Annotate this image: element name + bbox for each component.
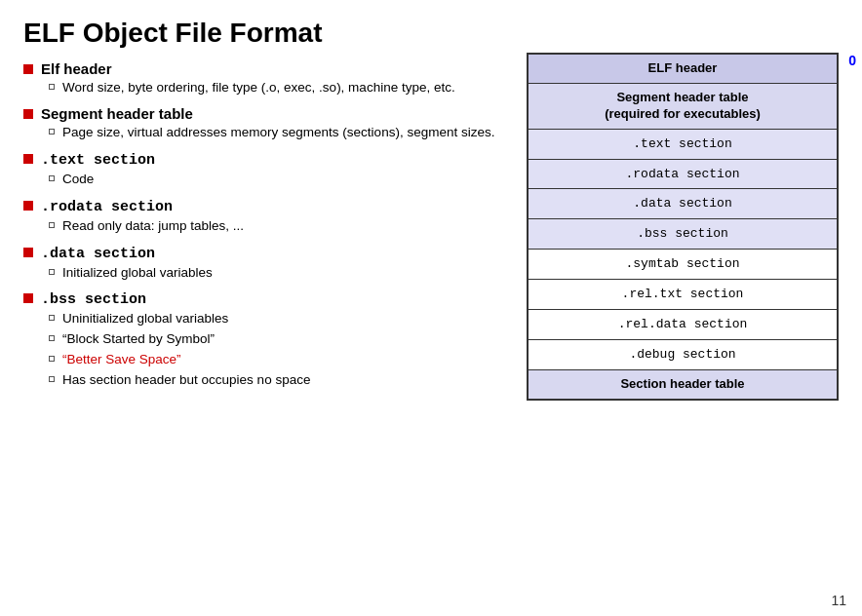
sub-item: Initialized global variables (49, 264, 511, 283)
section-title-text-section: .text section (23, 150, 511, 169)
sub-item: “Block Started by Symbol” (49, 330, 511, 349)
bullet-square-icon (23, 248, 33, 257)
sub-items-elf-header: Word size, byte ordering, file type (.o,… (49, 79, 511, 97)
section-item-rodata-section: .rodata sectionRead only data: jump tabl… (23, 197, 511, 236)
bullet-square-icon (23, 109, 33, 119)
left-column: Elf headerWord size, byte ordering, file… (23, 60, 511, 398)
page-number: 11 (831, 593, 846, 608)
sub-items-segment-header: Page size, virtual addresses memory segm… (49, 124, 511, 142)
zero-label: 0 (848, 53, 856, 68)
section-item-bss-section: .bss sectionUninitialized global variabl… (23, 289, 511, 390)
sub-item: Read only data: jump tables, ... (49, 217, 511, 236)
sub-items-text-section: Code (49, 171, 511, 189)
elf-row: .rodata section (529, 160, 837, 190)
sub-bullet-icon (49, 356, 55, 362)
elf-row: .symtab section (529, 250, 837, 280)
section-title-elf-header: Elf header (23, 60, 511, 77)
elf-row: .rel.data section (529, 310, 837, 340)
right-column: 0 ELF headerSegment header table(require… (527, 53, 839, 401)
sub-item: Page size, virtual addresses memory segm… (49, 124, 511, 142)
section-item-segment-header: Segment header tablePage size, virtual a… (23, 105, 511, 142)
sub-item: Uninitialized global variables (49, 310, 511, 328)
section-label: .data section (41, 244, 155, 262)
section-title-segment-header: Segment header table (23, 105, 511, 122)
sub-bullet-icon (49, 335, 55, 341)
elf-row: .bss section (529, 219, 837, 250)
sub-bullet-icon (49, 175, 55, 181)
sub-bullet-icon (49, 269, 55, 275)
elf-row: .data section (529, 189, 837, 219)
bullet-square-icon (23, 154, 33, 164)
section-item-elf-header: Elf headerWord size, byte ordering, file… (23, 60, 511, 97)
sub-item: Has section header but occupies no space (49, 371, 511, 390)
sub-item-text: “Block Started by Symbol” (62, 330, 215, 349)
elf-row: .rel.txt section (529, 280, 837, 310)
elf-row: ELF header (529, 55, 837, 84)
sub-item: “Better Save Space” (49, 351, 511, 369)
sub-items-rodata-section: Read only data: jump tables, ... (49, 217, 511, 236)
sub-bullet-icon (49, 84, 55, 90)
elf-row: .text section (529, 130, 837, 160)
section-label: .rodata section (41, 197, 173, 215)
elf-diagram: 0 ELF headerSegment header table(require… (527, 53, 839, 401)
sub-item-text: “Better Save Space” (62, 351, 181, 369)
section-label: .text section (41, 150, 155, 169)
sub-item-text: Word size, byte ordering, file type (.o,… (62, 79, 455, 97)
sub-item: Code (49, 171, 511, 189)
sub-items-bss-section: Uninitialized global variables“Block Sta… (49, 310, 511, 390)
sub-item-text: Uninitialized global variables (62, 310, 228, 328)
section-title-rodata-section: .rodata section (23, 197, 511, 215)
sub-bullet-icon (49, 129, 55, 135)
elf-row: Segment header table(required for execut… (529, 84, 837, 130)
page-title: ELF Object File Format (23, 18, 839, 49)
elf-row: Section header table (529, 370, 837, 399)
sub-items-data-section: Initialized global variables (49, 264, 511, 283)
section-label: Segment header table (41, 105, 193, 122)
sub-item-text: Read only data: jump tables, ... (62, 217, 244, 236)
sub-bullet-icon (49, 315, 55, 321)
bullet-square-icon (23, 201, 33, 211)
section-label: Elf header (41, 60, 112, 77)
sub-item-text: Has section header but occupies no space (62, 371, 310, 390)
section-title-bss-section: .bss section (23, 289, 511, 308)
sub-item-text: Initialized global variables (62, 264, 213, 283)
section-title-data-section: .data section (23, 244, 511, 262)
bullet-square-icon (23, 293, 33, 303)
sub-item: Word size, byte ordering, file type (.o,… (49, 79, 511, 97)
elf-row: .debug section (529, 340, 837, 370)
sub-item-text: Page size, virtual addresses memory segm… (62, 124, 494, 142)
section-item-data-section: .data sectionInitialized global variable… (23, 244, 511, 283)
sub-bullet-icon (49, 222, 55, 228)
bullet-square-icon (23, 64, 33, 74)
section-item-text-section: .text sectionCode (23, 150, 511, 189)
section-label: .bss section (41, 289, 146, 308)
sub-item-text: Code (62, 171, 94, 189)
sub-bullet-icon (49, 376, 55, 382)
